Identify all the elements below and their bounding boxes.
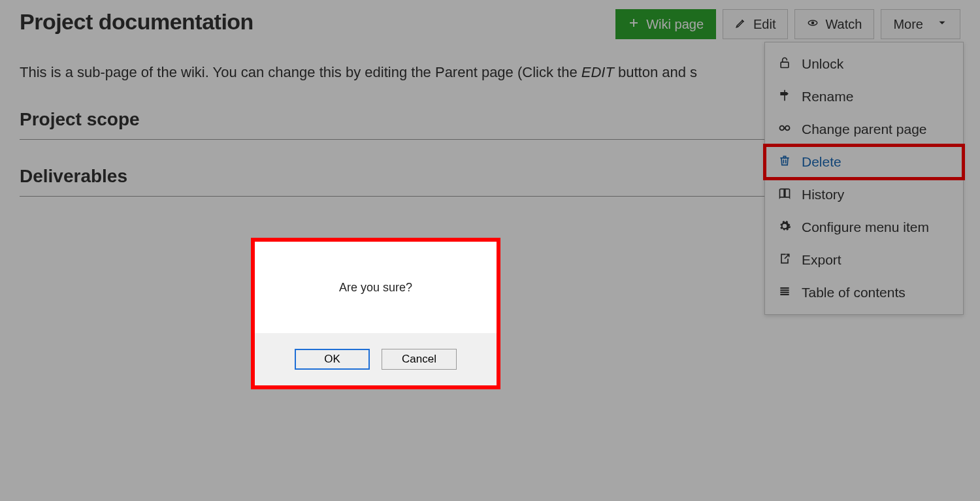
menu-label: History: [802, 187, 844, 202]
menu-label: Delete: [802, 154, 841, 170]
ok-button[interactable]: OK: [295, 349, 370, 370]
menu-item-change-parent[interactable]: Change parent page: [765, 113, 963, 146]
confirm-dialog: Are you sure? OK Cancel: [255, 242, 497, 385]
menu-item-unlock[interactable]: Unlock: [765, 48, 963, 80]
wiki-page-label: Wiki page: [646, 17, 704, 32]
dialog-body: Are you sure?: [255, 242, 497, 333]
menu-item-export[interactable]: Export: [765, 244, 963, 276]
wiki-page-button[interactable]: Wiki page: [615, 9, 716, 39]
gear-icon: [778, 219, 791, 236]
menu-item-configure[interactable]: Configure menu item: [765, 211, 963, 244]
menu-item-history[interactable]: History: [765, 178, 963, 211]
intro-italic: EDIT: [581, 64, 614, 80]
menu-label: Unlock: [802, 56, 843, 72]
toc-icon: [778, 285, 791, 301]
link-icon: [778, 121, 791, 138]
menu-label: Configure menu item: [802, 219, 929, 235]
plus-icon: [628, 17, 640, 32]
svg-point-6: [785, 125, 790, 130]
intro-suffix: button and s: [614, 64, 697, 80]
more-dropdown: Unlock Rename Change parent page Delete …: [764, 42, 964, 315]
more-button[interactable]: More: [881, 9, 960, 39]
menu-item-toc[interactable]: Table of contents: [765, 276, 963, 309]
toolbar: Wiki page Edit Watch More: [615, 9, 960, 39]
edit-label: Edit: [753, 17, 776, 32]
export-icon: [778, 252, 791, 268]
dialog-footer: OK Cancel: [255, 333, 497, 385]
edit-button[interactable]: Edit: [723, 9, 788, 39]
menu-label: Export: [802, 252, 841, 268]
menu-label: Change parent page: [802, 121, 927, 137]
signpost-icon: [778, 89, 791, 105]
unlock-icon: [778, 56, 791, 73]
more-label: More: [893, 17, 923, 32]
page-header: Project documentation Wiki page Edit Wat…: [20, 9, 960, 39]
menu-item-delete[interactable]: Delete: [765, 146, 963, 178]
pencil-icon: [735, 17, 747, 32]
cancel-button[interactable]: Cancel: [382, 349, 457, 370]
svg-rect-4: [781, 62, 789, 67]
eye-icon: [807, 17, 819, 32]
svg-point-3: [811, 21, 815, 24]
menu-label: Table of contents: [802, 285, 906, 300]
menu-item-rename[interactable]: Rename: [765, 80, 963, 113]
page-title: Project documentation: [20, 9, 253, 35]
svg-point-5: [780, 125, 785, 130]
trash-icon: [778, 154, 791, 170]
book-icon: [778, 187, 791, 203]
menu-label: Rename: [802, 89, 853, 105]
watch-button[interactable]: Watch: [794, 9, 874, 39]
intro-prefix: This is a sub-page of the wiki. You can …: [20, 64, 581, 80]
chevron-down-icon: [936, 17, 948, 32]
watch-label: Watch: [825, 17, 862, 32]
svg-point-9: [783, 224, 787, 227]
dialog-message: Are you sure?: [339, 281, 412, 295]
